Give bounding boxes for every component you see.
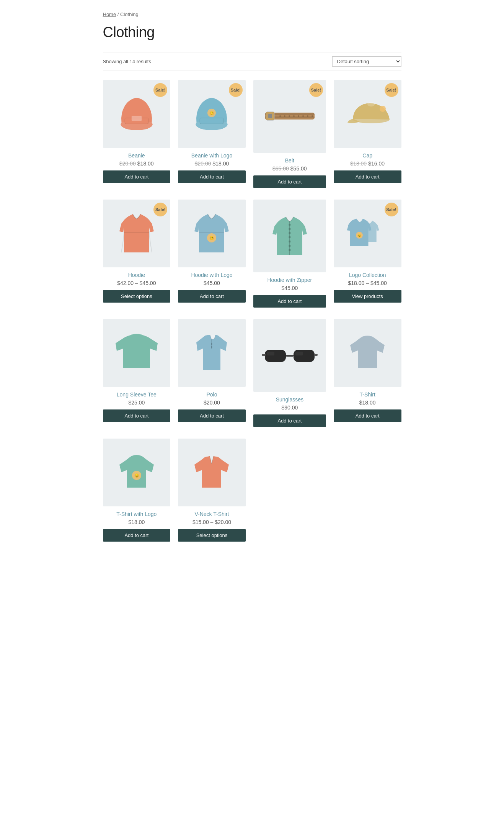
product-price-t-shirt: $18.00 (359, 400, 376, 406)
product-card-t-shirt: T-Shirt $18.00 Add to cart (334, 319, 401, 427)
product-button-logo-collection[interactable]: View products (334, 290, 401, 303)
product-image-t-shirt-logo[interactable]: 😊 (111, 446, 163, 499)
product-card-polo: Polo $20.00 Add to cart (178, 319, 246, 427)
product-price-beanie-logo: $20.00$18.00 (195, 160, 229, 167)
product-card-logo-collection: Sale! 😊 Logo Collection $18.00 – $45.00 … (334, 200, 401, 308)
product-price-logo-collection: $18.00 – $45.00 (348, 280, 387, 286)
svg-point-22 (380, 106, 386, 112)
sale-badge: Sale! (229, 83, 243, 97)
breadcrumb-current: Clothing (120, 11, 139, 17)
sale-badge: Sale! (385, 83, 398, 97)
svg-rect-43 (262, 354, 266, 356)
product-price-polo: $20.00 (204, 400, 220, 406)
product-price-hoodie: $42.00 – $45.00 (117, 280, 156, 286)
product-image-wrap (178, 319, 246, 387)
product-name-long-sleeve-tee: Long Sleeve Tee (117, 391, 157, 398)
svg-rect-28 (289, 224, 291, 226)
product-image-wrap (253, 200, 326, 272)
svg-point-12 (279, 115, 281, 117)
product-card-belt: Sale! Belt $65.00$55.00 Add to cart (253, 80, 326, 188)
product-name-cap: Cap (362, 152, 372, 159)
svg-rect-11 (268, 114, 272, 118)
product-button-hoodie-zipper[interactable]: Add to cart (253, 295, 326, 308)
product-price-beanie: $20.00$18.00 (119, 160, 154, 167)
product-image-wrap: Sale! (103, 200, 171, 267)
product-image-wrap: 😊 (103, 439, 171, 506)
svg-text:😊: 😊 (209, 236, 214, 241)
product-image-wrap (178, 439, 246, 506)
product-price-belt: $65.00$55.00 (272, 165, 307, 172)
svg-point-19 (312, 115, 313, 117)
product-image-sunglasses[interactable] (261, 327, 318, 384)
product-price-t-shirt-logo: $18.00 (128, 519, 145, 525)
product-button-t-shirt-logo[interactable]: Add to cart (103, 529, 171, 542)
product-name-hoodie: Hoodie (128, 272, 145, 278)
svg-rect-30 (289, 232, 291, 234)
svg-rect-42 (286, 355, 294, 357)
svg-point-15 (293, 115, 295, 117)
sale-badge: Sale! (309, 83, 323, 97)
svg-text:😊: 😊 (134, 473, 139, 478)
product-image-wrap: Sale! 😊 (334, 200, 401, 267)
page-wrapper: Home / Clothing Clothing Showing all 14 … (80, 0, 424, 565)
product-name-hoodie-logo: Hoodie with Logo (191, 272, 232, 278)
product-button-beanie[interactable]: Add to cart (103, 170, 171, 183)
product-card-long-sleeve-tee: Long Sleeve Tee $25.00 Add to cart (103, 319, 171, 427)
product-image-wrap: Sale! (334, 80, 401, 148)
page-title: Clothing (103, 24, 401, 41)
product-price-hoodie-logo: $45.00 (204, 280, 220, 286)
product-name-hoodie-zipper: Hoodie with Zipper (267, 277, 312, 283)
sort-select[interactable]: Default sorting Sort by popularity Sort … (332, 56, 401, 67)
product-image-wrap (334, 319, 401, 387)
svg-rect-45 (267, 352, 274, 355)
product-price-long-sleeve-tee: $25.00 (128, 400, 145, 406)
product-name-vneck: V-Neck T-Shirt (194, 511, 229, 517)
product-image-wrap (253, 319, 326, 392)
product-name-t-shirt: T-Shirt (360, 391, 375, 398)
product-button-t-shirt[interactable]: Add to cart (334, 409, 401, 422)
product-image-beanie-logo[interactable]: 😊 (186, 88, 238, 140)
breadcrumb-home[interactable]: Home (103, 11, 116, 17)
product-image-vneck[interactable] (186, 446, 238, 499)
product-button-cap[interactable]: Add to cart (334, 170, 401, 183)
product-button-polo[interactable]: Add to cart (178, 409, 246, 422)
svg-rect-46 (295, 352, 303, 355)
sale-badge: Sale! (385, 203, 398, 216)
product-button-beanie-logo[interactable]: Add to cart (178, 170, 246, 183)
svg-rect-44 (314, 354, 318, 356)
toolbar: Showing all 14 results Default sorting S… (103, 52, 401, 71)
product-name-belt: Belt (285, 157, 294, 164)
product-image-logo-collection[interactable]: 😊 (341, 207, 394, 260)
product-name-polo: Polo (206, 391, 217, 398)
product-button-hoodie[interactable]: Select options (103, 290, 171, 303)
product-image-wrap: Sale! (253, 80, 326, 153)
product-image-belt[interactable] (261, 88, 318, 145)
product-image-cap[interactable] (341, 88, 394, 140)
product-image-hoodie-zipper[interactable] (261, 207, 318, 265)
svg-rect-34 (289, 249, 291, 251)
product-button-sunglasses[interactable]: Add to cart (253, 414, 326, 427)
product-button-belt[interactable]: Add to cart (253, 175, 326, 188)
product-card-hoodie-logo: 😊 Hoodie with Logo $45.00 Add to cart (178, 200, 246, 308)
product-card-t-shirt-logo: 😊 T-Shirt with Logo $18.00 Add to cart (103, 439, 171, 542)
product-button-vneck[interactable]: Select options (178, 529, 246, 542)
product-name-beanie-logo: Beanie with Logo (191, 152, 232, 159)
product-name-beanie: Beanie (128, 152, 145, 159)
product-image-t-shirt[interactable] (341, 327, 394, 379)
product-image-hoodie[interactable] (111, 207, 163, 260)
svg-rect-29 (289, 228, 291, 230)
product-button-long-sleeve-tee[interactable]: Add to cart (103, 409, 171, 422)
product-button-hoodie-logo[interactable]: Add to cart (178, 290, 246, 303)
product-name-t-shirt-logo: T-Shirt with Logo (116, 511, 157, 517)
svg-point-17 (302, 115, 304, 117)
product-image-polo[interactable] (186, 327, 238, 379)
product-card-sunglasses: Sunglasses $90.00 Add to cart (253, 319, 326, 427)
product-price-sunglasses: $90.00 (281, 404, 298, 411)
product-image-beanie[interactable] (111, 88, 163, 140)
products-grid: Sale! Beanie $20.00$18.00 Add to cart Sa… (103, 80, 401, 542)
svg-point-38 (211, 343, 212, 345)
product-image-hoodie-logo[interactable]: 😊 (186, 207, 238, 260)
svg-rect-4 (200, 118, 224, 124)
product-image-long-sleeve-tee[interactable] (111, 327, 163, 379)
product-card-hoodie: Sale! Hoodie $42.00 – $45.00 Select opti… (103, 200, 171, 308)
